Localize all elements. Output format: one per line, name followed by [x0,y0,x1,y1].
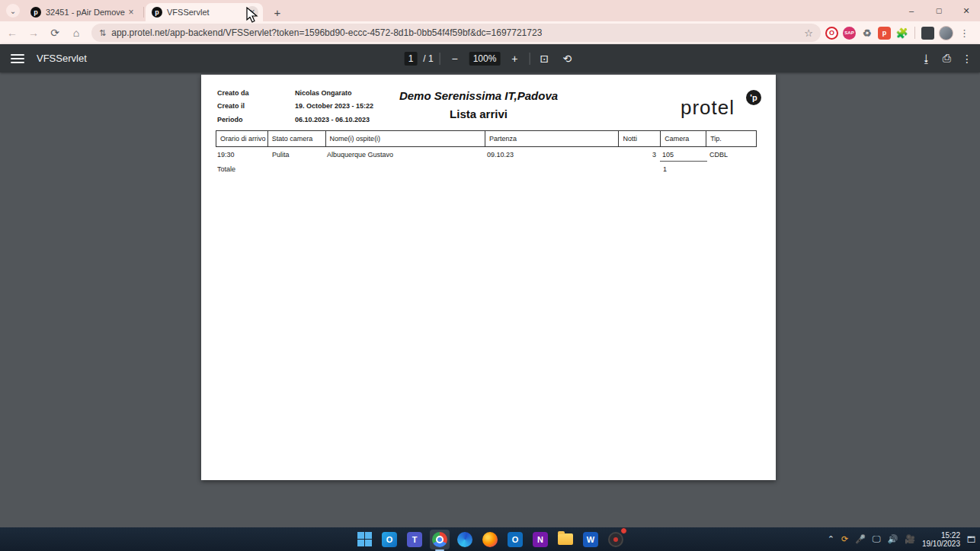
profile-avatar[interactable] [939,26,953,40]
notification-center-icon[interactable]: 🗔 [967,535,975,544]
total-value: 1 [663,165,667,173]
cell-tip: CDBL [709,151,728,159]
pdf-toolbar: VFSServlet 1 / 1 − 100% + ⊡ ⟲ ⭳ ⎙ ⋮ [0,44,980,72]
clock[interactable]: 15:22 19/10/2023 [922,531,960,548]
column-header: Camera [661,131,706,146]
taskbar-apps: O T O N W [354,530,626,549]
outlook-classic-icon: O [508,532,523,547]
tab-pair-demoversion[interactable]: p 32451 - pAir Demoversion Ser × [24,3,142,21]
cell-orario: 19:30 [217,151,235,159]
zoom-level-input[interactable]: 100% [469,52,501,66]
windows-logo-icon [357,532,372,546]
protel-logo: protel 'p [677,90,761,117]
report-hotel-title: Demo Serenissima IT,Padova [326,89,631,102]
taskbar-chrome[interactable] [430,530,450,549]
taskbar-word[interactable]: W [581,530,600,549]
maximize-button[interactable]: ▢ [925,0,953,21]
toolbar-separator [440,53,440,65]
zoom-out-icon[interactable]: − [447,53,463,65]
fit-page-icon[interactable]: ⊡ [536,53,552,65]
extensions-area: O SAP ♻ p 🧩 ⋮ [825,26,975,40]
sync-icon[interactable]: ⟳ [841,534,848,544]
rotate-icon[interactable]: ⟲ [559,53,575,65]
bookmark-star-icon[interactable]: ☆ [804,27,813,39]
pdf-more-icon[interactable]: ⋮ [962,53,972,65]
url-text: app.protel.net/app-backend/VFSServlet?to… [111,27,542,38]
taskbar-teams[interactable]: T [405,530,424,549]
meta-label: Periodo [217,116,243,123]
address-bar[interactable]: ⇅ app.protel.net/app-backend/VFSServlet?… [91,24,821,42]
start-button[interactable] [354,530,374,549]
taskbar-onenote[interactable]: N [530,530,550,549]
display-icon[interactable]: 🖵 [873,534,881,544]
camera-icon[interactable]: 🎥 [905,534,915,544]
word-icon: W [583,532,598,547]
taskbar-outlook[interactable]: O [380,530,399,549]
outlook-icon: O [382,532,397,547]
tab-label: VFSServlet [167,8,246,17]
report-title: Lista arrivi [326,107,631,120]
pdf-action-controls: ⭳ ⎙ ⋮ [921,44,972,72]
page-total-label: / 1 [423,53,433,64]
zoom-in-icon[interactable]: + [506,53,523,65]
meta-label: Creato da [217,89,249,97]
column-header: Partenza [485,131,619,146]
cell-stato: Pulita [272,151,290,159]
new-tab-button[interactable]: + [269,4,286,21]
close-button[interactable]: ✕ [953,0,980,21]
site-settings-icon[interactable]: ⇅ [99,28,105,38]
firefox-icon [482,532,498,547]
taskbar-file-explorer[interactable] [556,530,575,549]
speaker-icon[interactable]: 🔊 [887,534,898,544]
column-header: Orario di arrivo [216,131,268,146]
opera-extension-icon[interactable]: O [825,27,838,40]
taskbar-edge[interactable] [455,530,475,549]
forward-icon[interactable]: → [24,24,43,42]
side-panel-icon[interactable] [921,27,934,40]
taskbar-outlook-classic[interactable]: O [505,530,525,549]
microphone-icon[interactable]: 🎤 [855,534,866,544]
pdf-menu-icon[interactable] [11,54,24,63]
minimize-button[interactable]: – [898,0,925,21]
tray-chevron-icon[interactable]: ⌃ [828,534,834,544]
pdf-page-controls: 1 / 1 − 100% + ⊡ ⟲ [405,44,576,72]
taskbar-recorder[interactable] [606,530,626,549]
column-header: Tip. [706,131,756,146]
file-explorer-icon [558,533,573,545]
home-icon[interactable]: ⌂ [67,24,85,42]
page-number-input[interactable]: 1 [405,52,418,66]
window-controls: – ▢ ✕ [898,0,980,21]
tab-divider [143,7,144,18]
taskbar-firefox[interactable] [480,530,500,549]
chrome-icon [432,532,447,547]
toolbar-separator [914,27,915,39]
teams-icon: T [407,532,422,547]
protel-favicon-icon: p [30,7,41,18]
tab-search-icon[interactable]: ⌄ [6,4,20,18]
onenote-icon: N [533,532,548,547]
total-label: Totale [217,165,235,173]
tab-close-icon[interactable]: × [246,6,258,18]
recycle-extension-icon[interactable]: ♻ [860,27,873,40]
desktop-screen: ⌄ p 32451 - pAir Demoversion Ser × p VFS… [0,0,980,551]
cell-notti: 3 [620,151,656,159]
cell-partenza: 09.10.23 [487,151,514,159]
reload-icon[interactable]: ⟳ [46,24,64,42]
pdf-viewport[interactable]: Creato da Nicolas Ongarato Creato il 19.… [0,72,980,527]
print-icon[interactable]: ⎙ [943,52,951,65]
tab-vfsservlet[interactable]: p VFSServlet × [146,3,263,21]
browser-menu-icon[interactable]: ⋮ [959,27,969,39]
download-icon[interactable]: ⭳ [921,53,932,65]
tab-close-icon[interactable]: × [125,6,137,18]
system-tray: ⌃ ⟳ 🎤 🖵 🔊 🎥 15:22 19/10/2023 🗔 [828,527,975,551]
protel-extension-icon[interactable]: p [878,27,891,40]
toolbar-separator [529,53,530,65]
cell-camera: 105 [662,151,674,159]
browser-toolbar: ← → ⟳ ⌂ ⇅ app.protel.net/app-backend/VFS… [0,21,980,44]
back-icon[interactable]: ← [3,24,21,42]
extensions-puzzle-icon[interactable]: 🧩 [895,27,908,40]
meta-label: Creato il [217,102,245,110]
browser-tabstrip: ⌄ p 32451 - pAir Demoversion Ser × p VFS… [0,0,980,21]
column-header: Stato camera [268,131,326,146]
badge-extension-icon[interactable]: SAP [843,27,856,40]
